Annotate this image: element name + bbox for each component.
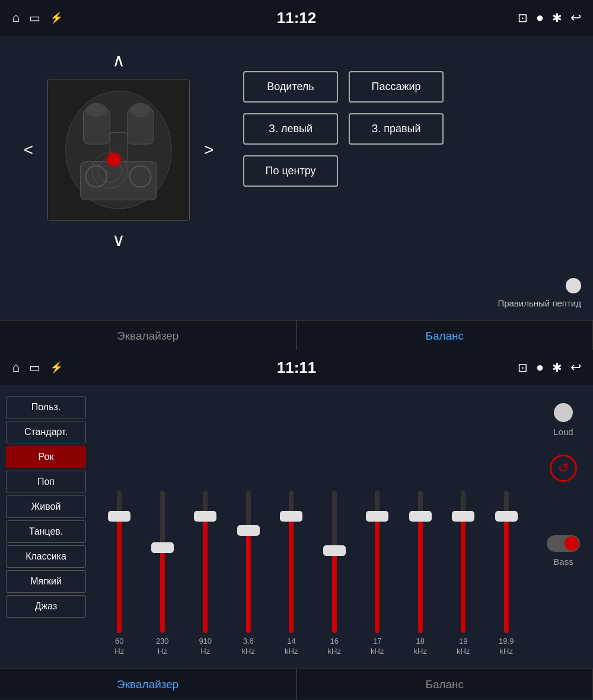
slider-fill-2 (203, 516, 208, 633)
slider-label-1: 230Hz (156, 637, 169, 657)
location-icon[interactable]: ● (536, 10, 544, 25)
slider-fill-9 (504, 516, 509, 633)
loud-label: Loud (553, 427, 573, 437)
slider-fill-0 (117, 516, 122, 633)
nav-left-button[interactable]: < (15, 137, 42, 163)
slider-thumb-1[interactable] (151, 542, 174, 553)
balance-hint-label: Правильный пептид (498, 298, 581, 308)
slider-thumb-0[interactable] (108, 511, 130, 522)
eq-sliders: 60Hz 230Hz 910Hz 3.6kHz 14kHz 16kHz (92, 391, 534, 663)
slider-fill-3 (246, 530, 251, 633)
slider-fill-5 (332, 551, 337, 633)
seat-controls: Водитель Пассажир З. левый З. правый По … (243, 47, 581, 308)
bottom-back-icon[interactable]: ↩ (570, 360, 581, 375)
preset-rock[interactable]: Рок (6, 446, 86, 468)
eq-content: Польз.Стандарт.РокПопЖивойТанцев.Классик… (0, 385, 593, 669)
back-icon[interactable]: ↩ (570, 10, 581, 25)
slider-col-2: 910Hz (187, 491, 223, 657)
slider-col-0: 60Hz (101, 491, 137, 657)
bass-toggle[interactable] (547, 535, 580, 552)
center-button[interactable]: По центру (243, 155, 338, 187)
slider-col-8: 19kHz (445, 491, 481, 657)
slider-col-5: 16kHz (317, 491, 352, 657)
bluetooth-icon[interactable]: ✱ (552, 11, 562, 25)
home-icon[interactable]: ⌂ (12, 10, 20, 25)
slider-track-7[interactable] (418, 491, 423, 633)
slider-track-3[interactable] (246, 491, 251, 633)
tab-equalizer-bottom[interactable]: Эквалайзер (0, 669, 296, 699)
bass-toggle-knob (565, 536, 579, 551)
rear-right-button[interactable]: З. правый (349, 113, 444, 145)
slider-track-4[interactable] (289, 491, 294, 633)
bottom-usb-icon[interactable]: ⚡ (50, 361, 63, 374)
rear-seats-row: З. левый З. правый (243, 113, 581, 145)
loud-indicator[interactable] (554, 403, 573, 422)
screen-icon[interactable]: ▭ (29, 11, 40, 25)
bottom-cast-icon[interactable]: ⊡ (518, 360, 528, 375)
preset-standard[interactable]: Стандарт. (6, 421, 86, 443)
car-seats-svg (48, 79, 189, 221)
status-right-icons: ⊡ ● ✱ ↩ (518, 10, 581, 25)
slider-thumb-3[interactable] (237, 525, 260, 536)
slider-track-0[interactable] (117, 491, 122, 633)
slider-thumb-2[interactable] (194, 511, 216, 522)
slider-label-8: 19kHz (457, 637, 470, 657)
bottom-home-icon[interactable]: ⌂ (12, 360, 20, 375)
balance-indicator-dot (107, 153, 120, 166)
tab-balance-top[interactable]: Баланс (297, 321, 594, 351)
balance-content: ∧ < (0, 36, 593, 320)
center-seat-row: По центру (243, 155, 581, 187)
svg-point-5 (130, 103, 151, 117)
loud-section: Loud (553, 403, 573, 437)
slider-thumb-6[interactable] (366, 511, 388, 522)
preset-soft[interactable]: Мягкий (6, 570, 86, 593)
slider-thumb-8[interactable] (452, 511, 474, 522)
rear-left-button[interactable]: З. левый (243, 113, 338, 145)
svg-point-4 (85, 103, 107, 117)
nav-right-button[interactable]: > (196, 137, 222, 163)
slider-col-3: 3.6kHz (231, 491, 266, 657)
nav-down-button[interactable]: ∨ (100, 227, 137, 252)
slider-label-0: 60Hz (114, 637, 124, 657)
slider-track-5[interactable] (332, 491, 337, 633)
bottom-status-right: ⊡ ● ✱ ↩ (518, 360, 581, 375)
slider-track-2[interactable] (203, 491, 208, 633)
nav-up-button[interactable]: ∧ (100, 47, 137, 73)
slider-track-8[interactable] (461, 491, 466, 633)
preset-user[interactable]: Польз. (6, 396, 86, 418)
tab-equalizer-top[interactable]: Эквалайзер (0, 321, 296, 351)
top-time: 11:12 (277, 9, 317, 27)
bottom-location-icon[interactable]: ● (536, 360, 544, 375)
bass-section: Bass (547, 535, 580, 567)
reset-button[interactable]: ↺ (550, 455, 577, 482)
cast-icon[interactable]: ⊡ (518, 11, 528, 25)
slider-track-9[interactable] (504, 491, 509, 633)
slider-label-5: 16kHz (328, 637, 341, 657)
slider-label-4: 14kHz (285, 637, 298, 657)
slider-col-4: 14kHz (273, 491, 309, 657)
passenger-button[interactable]: Пассажир (349, 71, 444, 103)
tab-balance-bottom[interactable]: Баланс (297, 669, 594, 699)
slider-thumb-9[interactable] (495, 511, 518, 522)
slider-label-2: 910Hz (199, 637, 212, 657)
slider-track-1[interactable] (160, 491, 165, 633)
slider-track-6[interactable] (375, 491, 380, 633)
slider-thumb-7[interactable] (409, 511, 432, 522)
slider-col-6: 17kHz (359, 491, 395, 657)
slider-thumb-4[interactable] (280, 511, 302, 522)
bottom-bluetooth-icon[interactable]: ✱ (552, 360, 562, 375)
slider-col-9: 19.9kHz (489, 491, 524, 657)
preset-live[interactable]: Живой (6, 496, 86, 518)
usb-icon[interactable]: ⚡ (50, 11, 63, 24)
slider-label-6: 17kHz (371, 637, 384, 657)
slider-fill-6 (375, 516, 380, 633)
preset-jazz[interactable]: Джаз (6, 595, 86, 618)
driver-button[interactable]: Водитель (243, 71, 338, 103)
seat-diagram: ∧ < (12, 47, 225, 308)
slider-label-9: 19.9kHz (499, 637, 514, 657)
slider-thumb-5[interactable] (323, 545, 346, 556)
preset-pop[interactable]: Поп (6, 471, 86, 493)
preset-dance[interactable]: Танцев. (6, 520, 86, 543)
preset-classic[interactable]: Классика (6, 545, 86, 568)
bottom-screen-icon[interactable]: ▭ (29, 360, 40, 375)
